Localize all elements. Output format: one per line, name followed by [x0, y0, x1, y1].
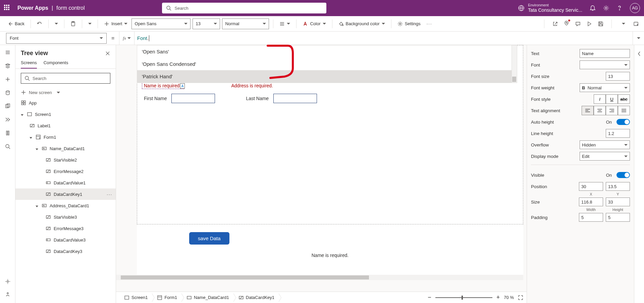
tree-view-icon[interactable]	[5, 63, 10, 69]
media-icon[interactable]	[5, 103, 10, 109]
fx-button[interactable]: fx	[119, 32, 134, 45]
tree-item-datacardvalue3[interactable]: DataCardValue3	[15, 234, 116, 246]
play-icon[interactable]	[587, 21, 592, 27]
prop-visible-toggle[interactable]	[616, 172, 630, 178]
prop-pos-y[interactable]: 13.5	[606, 182, 630, 191]
save-dropdown[interactable]	[620, 21, 627, 26]
variables-icon[interactable]	[5, 130, 10, 136]
last-name-input[interactable]	[273, 94, 317, 103]
paste-dropdown[interactable]	[86, 21, 94, 26]
font-size-dropdown[interactable]: 13	[193, 18, 220, 29]
prop-font-size[interactable]: 13	[606, 72, 630, 81]
suggest-item[interactable]: 'Patrick Hand'	[137, 70, 517, 83]
health-icon[interactable]	[564, 20, 569, 27]
suggest-item[interactable]: 'Open Sans Condensed'	[137, 58, 517, 70]
prop-pad-top[interactable]: 5	[579, 213, 603, 222]
save-data-button[interactable]: save Data	[189, 232, 229, 245]
help-icon[interactable]	[616, 5, 623, 11]
align-button[interactable]	[277, 20, 292, 28]
horizontal-scrollbar[interactable]	[116, 275, 523, 280]
insert-button[interactable]: Insert	[102, 20, 130, 28]
font-weight-dropdown[interactable]: Normal	[222, 18, 269, 29]
more-icon[interactable]: ···	[107, 192, 112, 197]
prop-auto-height-toggle[interactable]	[616, 119, 630, 125]
tree-item-starvisible3[interactable]: StarVisible3	[15, 211, 116, 223]
data-icon[interactable]	[5, 90, 10, 95]
suggest-item[interactable]: 'Open Sans'	[137, 45, 517, 58]
back-button[interactable]: Back	[5, 20, 26, 28]
add-icon[interactable]	[5, 77, 10, 82]
expand-right-icon[interactable]	[637, 50, 641, 57]
waffle-icon[interactable]	[4, 5, 11, 11]
font-dropdown[interactable]: Open Sans	[131, 18, 191, 29]
svg-rect-54	[46, 182, 50, 184]
new-screen-button[interactable]: New screen	[15, 88, 116, 97]
prop-width[interactable]: 116.8	[579, 198, 603, 206]
first-name-input[interactable]	[171, 94, 215, 103]
tab-screens[interactable]: Screens	[21, 60, 37, 69]
undo-dropdown[interactable]	[53, 21, 60, 26]
search-rail-icon[interactable]	[5, 144, 10, 149]
prop-line-height[interactable]: 1.2	[606, 129, 630, 138]
close-icon[interactable]	[105, 51, 110, 56]
paste-button[interactable]	[68, 20, 78, 28]
tree-item-errormessage2[interactable]: ErrorMessage2	[15, 166, 116, 177]
bell-icon[interactable]	[590, 5, 596, 11]
prop-text[interactable]: Name	[580, 49, 630, 58]
prop-pad-bottom[interactable]: 5	[606, 213, 630, 222]
prop-display-mode[interactable]: Edit	[580, 152, 630, 161]
prop-overflow[interactable]: Hidden	[580, 140, 630, 149]
tab-components[interactable]: Components	[44, 60, 68, 69]
tree-item-label1[interactable]: Label1	[15, 120, 116, 131]
prop-text-align[interactable]	[582, 106, 630, 115]
settings-button[interactable]: Settings	[395, 20, 423, 28]
tree-item-form1[interactable]: Form1	[15, 131, 116, 143]
fit-icon[interactable]	[518, 295, 523, 300]
zoom-in[interactable]: +	[496, 294, 500, 301]
tree-search[interactable]: Search	[21, 73, 110, 84]
tree-item-starvisible2[interactable]: StarVisible2	[15, 154, 116, 166]
more-button[interactable]: ···	[425, 20, 434, 28]
comment-icon[interactable]	[575, 21, 581, 27]
undo-button[interactable]	[35, 20, 44, 28]
tree-item-addresscard[interactable]: Address_DataCard1	[15, 200, 116, 211]
property-selector[interactable]: Font	[6, 33, 107, 44]
zoom-slider[interactable]	[435, 297, 492, 298]
color-button[interactable]: Color	[301, 20, 328, 28]
flow-icon[interactable]	[5, 117, 10, 122]
tree-item-errormessage3[interactable]: ErrorMessage3	[15, 223, 116, 234]
global-search[interactable]: Search	[162, 3, 326, 13]
gear-icon[interactable]	[603, 5, 609, 11]
prop-font-weight[interactable]: B Normal	[580, 83, 630, 92]
prop-font[interactable]	[580, 60, 630, 69]
breadcrumb-item[interactable]: Form1	[152, 293, 182, 302]
save-icon[interactable]	[598, 21, 603, 27]
expand-formula-button[interactable]	[633, 32, 644, 45]
prop-pos-x[interactable]: 30	[579, 182, 603, 191]
share-icon[interactable]	[552, 21, 558, 27]
tree-item-app[interactable]: App	[15, 97, 116, 109]
breadcrumb-item[interactable]: Screen1	[119, 293, 152, 302]
tree-item-namecard[interactable]: Name_DataCard1	[15, 143, 116, 154]
canvas[interactable]: 'Open Sans' 'Open Sans Condensed' 'Patri…	[137, 45, 523, 278]
prop-font-style[interactable]: IUabc	[594, 94, 630, 104]
hamburger-icon[interactable]	[5, 50, 10, 55]
tree-item-datacardkey3[interactable]: DataCardKey3	[15, 246, 116, 257]
tree-item-screen1[interactable]: Screen1	[15, 109, 116, 120]
scrollbar[interactable]	[512, 45, 517, 83]
tree-item-datacardkey1[interactable]: DataCardKey1···	[15, 188, 116, 200]
prop-height[interactable]: 33	[606, 198, 630, 206]
publish-icon[interactable]	[633, 21, 639, 27]
avatar[interactable]: AG	[630, 3, 640, 13]
environment-picker[interactable]: Environment Tata Consultancy Servic...	[518, 3, 582, 13]
zoom-out[interactable]: −	[428, 294, 431, 301]
formula-input[interactable]: Font.	[134, 32, 633, 45]
app-title[interactable]: Power Apps	[17, 5, 48, 11]
bg-color-button[interactable]: Background color	[336, 20, 387, 28]
tools-icon[interactable]	[5, 279, 10, 284]
tree-item-datacardvalue1[interactable]: DataCardValue1	[15, 177, 116, 188]
breadcrumb-item[interactable]: DataCardKey1	[234, 293, 279, 302]
card-icon	[186, 295, 192, 300]
breadcrumb-item[interactable]: Name_DataCard1	[182, 293, 234, 302]
ask-icon[interactable]	[5, 292, 10, 297]
